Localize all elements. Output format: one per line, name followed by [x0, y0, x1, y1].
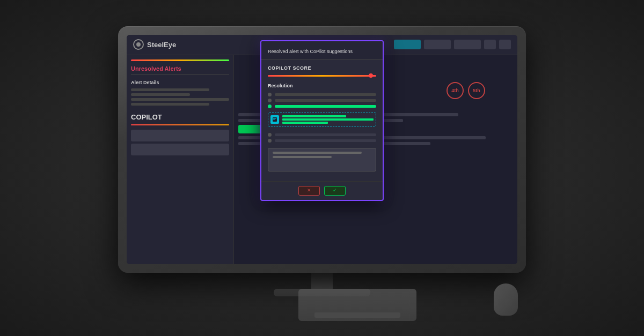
res-bar-1 — [275, 93, 376, 96]
svg-rect-2 — [273, 120, 275, 120]
modal-title: Resolved alert with CoPilot suggestions — [268, 49, 353, 54]
res-dot-3 — [268, 104, 272, 108]
screen: SteelEye Unresolved Alerts Alert Details — [127, 35, 517, 264]
monitor-outer: SteelEye Unresolved Alerts Alert Details — [118, 26, 526, 273]
resolution-list — [268, 93, 376, 129]
score-knob — [369, 73, 373, 78]
modal-input-box[interactable] — [268, 148, 376, 171]
resolution-item-2[interactable] — [268, 99, 376, 102]
inactive-items — [268, 133, 376, 143]
inactive-dot-2 — [268, 139, 272, 143]
mouse — [494, 283, 518, 316]
modal-actions: ✕ ✓ — [261, 181, 383, 200]
modal-input-area — [268, 148, 376, 171]
modal-header: Resolved alert with CoPilot suggestions — [261, 41, 383, 60]
inactive-dot-1 — [268, 133, 272, 137]
score-bar-container — [268, 75, 376, 77]
inactive-item-2[interactable] — [268, 139, 376, 143]
modal-dialog: Resolved alert with CoPilot suggestions … — [260, 40, 384, 201]
modal-overlay: Resolved alert with CoPilot suggestions … — [127, 35, 517, 264]
monitor-neck — [311, 273, 333, 289]
res-dot-1 — [268, 93, 272, 96]
item-icon-box — [270, 115, 279, 124]
svg-rect-1 — [273, 118, 276, 119]
confirm-button[interactable]: ✓ — [324, 186, 346, 196]
cancel-button[interactable]: ✕ — [298, 186, 320, 196]
inactive-bar-1 — [275, 133, 376, 136]
item-bar-g2 — [282, 118, 374, 121]
copilot-score-label: COPILOT SCORE — [268, 65, 376, 71]
resolution-label: Resolution — [268, 83, 376, 88]
confirm-icon: ✓ — [333, 188, 337, 193]
modal-body: COPILOT SCORE Resolution — [261, 60, 383, 181]
resolution-item-1[interactable] — [268, 93, 376, 96]
res-bar-3 — [275, 105, 376, 108]
highlighted-resolution-item[interactable] — [268, 113, 376, 126]
item-bar-g1 — [282, 115, 346, 117]
input-line-long — [273, 152, 362, 154]
monitor-wrapper: SteelEye Unresolved Alerts Alert Details — [113, 26, 531, 310]
item-bars-container — [282, 115, 374, 124]
score-track — [268, 75, 376, 77]
input-line-short — [273, 156, 332, 158]
res-dot-2 — [268, 99, 272, 102]
resolution-item-3-active[interactable] — [268, 104, 376, 108]
inactive-bar-2 — [275, 139, 376, 142]
keyboard — [298, 289, 416, 321]
item-bar-g3 — [282, 122, 328, 124]
inactive-item-1[interactable] — [268, 133, 376, 137]
res-bar-2 — [275, 99, 376, 102]
cancel-icon: ✕ — [307, 188, 311, 193]
